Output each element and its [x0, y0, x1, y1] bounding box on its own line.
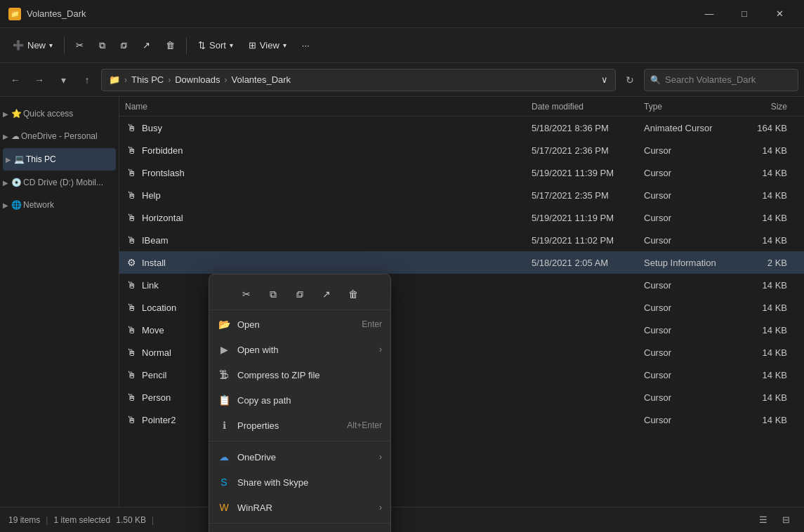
view-label: View	[260, 40, 279, 51]
header-date[interactable]: Date modified	[532, 102, 644, 112]
header-type[interactable]: Type	[644, 102, 742, 112]
context-menu-item[interactable]: 🗜 Compress to ZIP file	[209, 362, 390, 387]
file-name-text: IBeam	[142, 235, 169, 246]
ctx-item-arrow: ›	[379, 503, 382, 512]
view-button[interactable]: ⊞ View ▾	[242, 33, 294, 58]
selected-count: 1 item selected	[53, 515, 110, 525]
status-sep-2: |	[152, 515, 154, 525]
file-type-cell: Cursor	[644, 213, 742, 223]
file-type-cell: Cursor	[644, 145, 742, 156]
file-icon: 🖱	[125, 121, 138, 134]
context-menu-item[interactable]: ℹ Properties Alt+Enter	[209, 413, 390, 438]
ctx-item-label: Copy as path	[237, 395, 382, 406]
file-size-cell: 14 KB	[742, 145, 798, 156]
ctx-item-icon: ▶	[218, 343, 230, 356]
ctx-paste-button[interactable]: ⧉	[287, 283, 312, 305]
ctx-copy-button[interactable]: ⧉	[261, 283, 286, 305]
context-menu-item[interactable]: 📋 Copy as path	[209, 387, 390, 413]
ctx-cut-button[interactable]: ✂	[234, 283, 259, 305]
file-name-text: Forbidden	[142, 145, 183, 156]
context-menu-item[interactable]: W WinRAR ›	[209, 495, 390, 520]
address-path[interactable]: 📁 › This PC › Downloads › Volantes_Dark …	[101, 69, 616, 91]
file-type-cell: Animated Cursor	[644, 123, 742, 133]
table-row[interactable]: 🖱 Horizontal 5/19/2021 11:19 PM Cursor 1…	[119, 206, 804, 229]
file-name-cell: 🖱 Horizontal	[125, 211, 532, 224]
sidebar-section-quick-access[interactable]: ▶ ⭐ Quick access	[0, 102, 119, 125]
ctx-item-icon: 📋	[218, 394, 230, 406]
file-name-text: Pencil	[142, 370, 166, 380]
path-part-2: Volantes_Dark	[232, 74, 291, 85]
file-type-cell: Cursor	[644, 190, 742, 201]
sidebar-section-onedrive[interactable]: ▶ ☁ OneDrive - Personal	[0, 125, 119, 147]
back-button[interactable]: ←	[6, 70, 25, 90]
context-menu-item[interactable]: ☁ OneDrive ›	[209, 444, 390, 470]
table-row[interactable]: 🖱 Frontslash 5/19/2021 11:39 PM Cursor 1…	[119, 161, 804, 184]
sidebar-section-this-pc[interactable]: ▶ 💻 This PC	[3, 148, 116, 171]
file-icon: 🖱	[125, 324, 138, 336]
view-dropdown-icon: ▾	[283, 41, 286, 49]
sidebar-section-network[interactable]: ▶ 🌐 Network	[0, 194, 119, 216]
status-sep-1: |	[46, 515, 48, 525]
sidebar-section-cd-drive[interactable]: ▶ 💿 CD Drive (D:) Mobil...	[0, 171, 119, 194]
file-icon: 🖱	[125, 189, 138, 201]
ctx-item-shortcut: Alt+Enter	[347, 420, 382, 430]
file-name-text: Busy	[142, 123, 162, 133]
more-button[interactable]: ···	[295, 33, 317, 58]
sort-icon: ⇅	[198, 40, 206, 51]
sort-dropdown-icon: ▾	[230, 41, 233, 49]
file-date-cell: 5/17/2021 2:36 PM	[532, 145, 644, 156]
new-button[interactable]: ➕ New ▾	[6, 33, 60, 58]
search-icon: 🔍	[650, 75, 661, 85]
cut-button[interactable]: ✂	[69, 33, 91, 58]
paste-button[interactable]: ⧉	[114, 33, 134, 58]
file-icon: 🖱	[125, 346, 138, 359]
context-menu-item[interactable]: ▶ Open with ›	[209, 337, 390, 362]
table-row[interactable]: 🖱 Help 5/17/2021 2:35 PM Cursor 14 KB	[119, 184, 804, 206]
recent-button[interactable]: ▾	[53, 70, 73, 90]
file-type-cell: Setup Information	[644, 258, 742, 268]
file-name-text: Install	[142, 258, 166, 268]
up-button[interactable]: ↑	[77, 70, 97, 90]
file-name-text: Normal	[142, 347, 171, 358]
header-size[interactable]: Size	[742, 102, 798, 112]
minimize-button[interactable]: —	[693, 3, 725, 25]
table-row[interactable]: 🖱 Forbidden 5/17/2021 2:36 PM Cursor 14 …	[119, 139, 804, 161]
ctx-item-icon: ℹ	[218, 419, 230, 432]
details-view-button[interactable]: ⊟	[776, 510, 796, 530]
copy-button[interactable]: ⧉	[92, 33, 112, 58]
path-icon: 📁	[109, 74, 120, 85]
file-type-cell: Cursor	[644, 280, 742, 291]
refresh-button[interactable]: ↻	[620, 70, 640, 90]
toolbar-separator-1	[64, 37, 65, 54]
file-size-cell: 14 KB	[742, 347, 798, 358]
header-name[interactable]: Name	[125, 102, 532, 112]
list-view-button[interactable]: ☰	[753, 510, 773, 530]
table-row[interactable]: ⚙ Install 5/18/2021 2:05 AM Setup Inform…	[119, 251, 804, 274]
context-menu-item[interactable]: S Share with Skype	[209, 470, 390, 495]
file-name-cell: ⚙ Install	[125, 256, 532, 269]
close-button[interactable]: ✕	[763, 3, 796, 25]
file-name-cell: 🖱 Forbidden	[125, 144, 532, 157]
file-name-text: Location	[142, 302, 176, 313]
sort-button[interactable]: ⇅ Sort ▾	[191, 33, 240, 58]
sort-label: Sort	[209, 40, 226, 51]
ctx-item-label: OneDrive	[237, 452, 372, 463]
ctx-share-button[interactable]: ↗	[314, 283, 339, 305]
file-name-text: Help	[142, 190, 161, 201]
file-date-cell: 5/19/2021 11:39 PM	[532, 168, 644, 178]
context-menu-item[interactable]: 📂 Open Enter	[209, 312, 390, 337]
maximize-button[interactable]: □	[728, 3, 760, 25]
search-box[interactable]: 🔍 Search Volantes_Dark	[644, 69, 798, 91]
delete-button[interactable]: 🗑	[159, 33, 182, 58]
selected-size: 1.50 KB	[116, 515, 146, 525]
window-controls: — □ ✕	[693, 3, 796, 25]
context-menu-item[interactable]: ⚙ Show more options Shift+F10	[209, 526, 390, 532]
forward-button[interactable]: →	[29, 70, 49, 90]
table-row[interactable]: 🖱 Busy 5/18/2021 8:36 PM Animated Cursor…	[119, 117, 804, 139]
file-size-cell: 2 KB	[742, 258, 798, 268]
table-row[interactable]: 🖱 IBeam 5/19/2021 11:02 PM Cursor 14 KB	[119, 229, 804, 251]
ctx-item-icon: 🗜	[218, 368, 230, 381]
ctx-delete-button[interactable]: 🗑	[341, 283, 366, 305]
window-title: Volantes_Dark	[27, 8, 687, 19]
share-button[interactable]: ↗	[136, 33, 157, 58]
